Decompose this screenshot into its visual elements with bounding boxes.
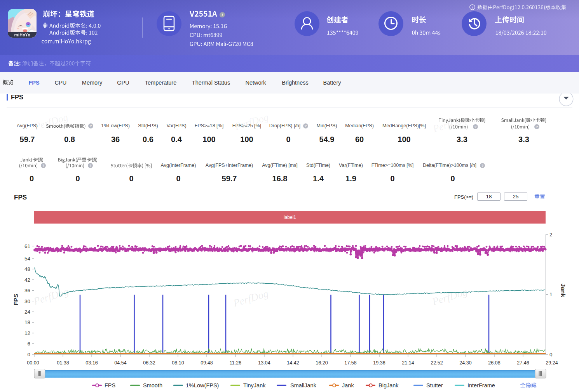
svg-text:17:58: 17:58 <box>344 360 356 366</box>
svg-text:06:32: 06:32 <box>143 360 155 366</box>
svg-text:FPS: FPS <box>12 294 19 305</box>
svg-text:i: i <box>472 5 473 9</box>
svg-text:0: 0 <box>27 352 30 357</box>
svg-text:21:14: 21:14 <box>402 360 414 366</box>
svg-text:48: 48 <box>24 266 30 272</box>
svg-text:54: 54 <box>24 256 31 262</box>
svg-text:?: ? <box>90 124 92 128</box>
svg-text:26:08: 26:08 <box>488 360 500 366</box>
svg-text:27:46: 27:46 <box>517 360 529 366</box>
svg-text:i: i <box>222 13 223 17</box>
svg-text:18: 18 <box>24 319 30 325</box>
svg-text:12: 12 <box>24 330 30 336</box>
svg-text:29:24: 29:24 <box>546 360 558 366</box>
svg-text:?: ? <box>474 125 476 128</box>
svg-text:08:10: 08:10 <box>172 360 184 366</box>
svg-text:1: 1 <box>549 291 553 297</box>
svg-text:00:00: 00:00 <box>27 360 39 366</box>
svg-text:?: ? <box>304 124 307 128</box>
svg-text:6: 6 <box>27 341 30 347</box>
svg-text:2: 2 <box>549 232 553 238</box>
svg-text:42: 42 <box>24 277 30 283</box>
svg-text:?: ? <box>535 125 538 128</box>
svg-text:?: ? <box>89 164 91 168</box>
svg-text:30: 30 <box>24 298 30 304</box>
svg-text:24: 24 <box>24 309 31 315</box>
svg-text:22:52: 22:52 <box>431 360 443 366</box>
svg-text:36: 36 <box>24 288 30 293</box>
svg-text:09:48: 09:48 <box>201 360 213 366</box>
svg-text:13:04: 13:04 <box>258 360 270 366</box>
svg-text:04:54: 04:54 <box>114 360 126 366</box>
svg-text:Jank: Jank <box>560 283 567 297</box>
svg-text:01:38: 01:38 <box>57 360 69 366</box>
svg-text:PerfDog: PerfDog <box>233 111 270 132</box>
svg-text:PerfDog: PerfDog <box>232 287 270 309</box>
svg-text:11:26: 11:26 <box>230 360 241 366</box>
svg-text:24:30: 24:30 <box>459 360 471 366</box>
svg-text:PerfDog: PerfDog <box>32 285 70 307</box>
svg-text:?: ? <box>481 164 483 168</box>
svg-text:61: 61 <box>24 243 30 249</box>
svg-text:03:16: 03:16 <box>85 360 98 366</box>
svg-text:19:36: 19:36 <box>373 360 385 366</box>
svg-text:PerfDog: PerfDog <box>431 286 469 307</box>
svg-text:14:42: 14:42 <box>287 360 299 366</box>
svg-text:16:20: 16:20 <box>316 360 328 366</box>
svg-text:?: ? <box>42 164 45 168</box>
